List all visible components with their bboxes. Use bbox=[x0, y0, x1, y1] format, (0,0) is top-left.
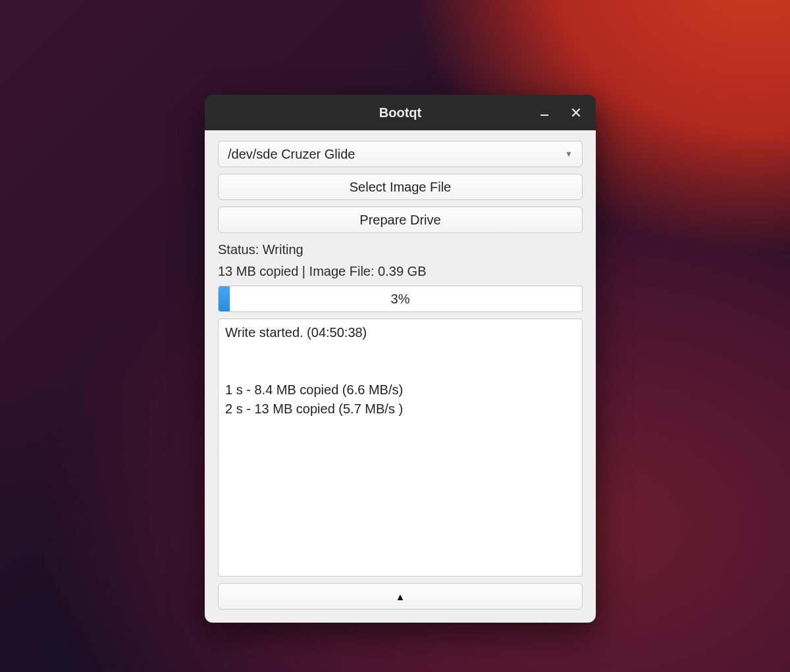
minimize-button[interactable] bbox=[530, 99, 559, 126]
prepare-drive-button[interactable]: Prepare Drive bbox=[218, 207, 583, 233]
select-image-button[interactable]: Select Image File bbox=[218, 174, 583, 200]
window-controls bbox=[530, 95, 591, 130]
triangle-up-icon: ▲ bbox=[396, 591, 406, 602]
app-window: Bootqt /dev/sde Cruzer Glide bbox=[205, 95, 596, 623]
select-image-label: Select Image File bbox=[350, 180, 452, 195]
svg-rect-0 bbox=[540, 115, 548, 116]
window-body: /dev/sde Cruzer Glide ▼ Select Image Fil… bbox=[205, 130, 596, 623]
progress-bar: 3% bbox=[218, 286, 583, 312]
status-label: Status: Writing bbox=[218, 242, 583, 257]
window-titlebar[interactable]: Bootqt bbox=[205, 95, 596, 130]
prepare-drive-label: Prepare Drive bbox=[359, 213, 440, 228]
progress-text: 3% bbox=[219, 286, 582, 311]
close-button[interactable] bbox=[562, 99, 591, 126]
drive-select[interactable]: /dev/sde Cruzer Glide ▼ bbox=[218, 141, 583, 167]
chevron-down-icon: ▼ bbox=[565, 149, 573, 159]
log-output[interactable]: Write started. (04:50:38) 1 s - 8.4 MB c… bbox=[218, 319, 583, 577]
desktop-background: Bootqt /dev/sde Cruzer Glide bbox=[0, 0, 790, 672]
status-detail: 13 MB copied | Image File: 0.39 GB bbox=[218, 264, 583, 279]
minimize-icon bbox=[539, 107, 550, 118]
close-icon bbox=[571, 108, 581, 117]
drive-select-value: /dev/sde Cruzer Glide bbox=[228, 147, 355, 162]
expand-toggle-button[interactable]: ▲ bbox=[218, 583, 583, 609]
